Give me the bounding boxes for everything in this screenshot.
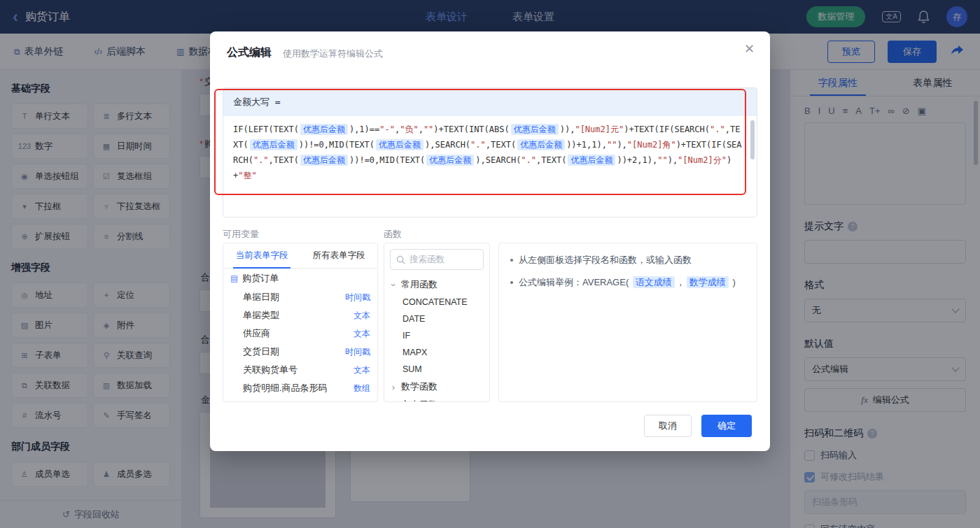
close-icon[interactable]: ✕	[744, 43, 755, 55]
functions-section-label: 函数	[384, 228, 402, 241]
code-token: ),	[668, 155, 678, 165]
variables-panel: 当前表单字段 所有表单字段 ▤ 购货订单 单据日期时间戳单据类型文本供应商文本交…	[223, 243, 378, 402]
function-search-placeholder: 搜索函数	[410, 254, 444, 266]
field-token[interactable]: 数学成绩	[687, 276, 729, 288]
editor-scrollbar[interactable]	[750, 120, 755, 159]
code-token: 公式编辑举例：AVERAGE(	[519, 277, 631, 287]
function-group[interactable]: ›数学函数	[384, 378, 489, 396]
variable-type-badge: 文本	[354, 328, 370, 340]
variable-item[interactable]: 单据日期时间戳	[223, 288, 377, 306]
chevron-icon: ›	[388, 281, 399, 288]
function-group[interactable]: ›文本函数	[384, 396, 489, 402]
bullet-icon	[510, 281, 513, 284]
field-token[interactable]: 优惠后金额	[426, 155, 474, 166]
code-token: IF(LEFT(TEXT(	[233, 124, 299, 134]
formula-target-label: 金额大写 =	[223, 88, 757, 116]
chevron-icon: ›	[390, 400, 397, 403]
function-item[interactable]: CONCATENATE	[384, 294, 489, 311]
formula-help-panel: 从左侧面板选择字段名和函数，或输入函数 公式编辑举例：AVERAGE( 语文成绩…	[498, 243, 757, 402]
variable-type-badge: 文本	[354, 364, 370, 376]
field-token[interactable]: 优惠后金额	[300, 124, 348, 135]
string-token: "."	[470, 140, 486, 150]
string-token: ""	[607, 140, 617, 150]
function-tree: ›常用函数CONCATENATEDATEIFMAPXSUM›数学函数›文本函数	[384, 276, 489, 402]
variable-name: 单据日期	[243, 291, 279, 304]
string-token: "[Num2]角"	[627, 140, 676, 150]
confirm-button[interactable]: 确定	[701, 415, 752, 437]
modal-title: 公式编辑	[227, 45, 272, 60]
form-doc-icon: ▤	[230, 273, 238, 283]
function-item[interactable]: DATE	[384, 311, 489, 327]
string-token: "[Num2]元"	[575, 124, 624, 134]
function-item[interactable]: MAPX	[384, 344, 489, 361]
cancel-button[interactable]: 取消	[644, 415, 692, 437]
code-token: ,TEXT(	[486, 140, 516, 150]
field-token[interactable]: 优惠后金额	[376, 139, 424, 150]
code-token: ),	[617, 140, 626, 150]
variable-item[interactable]: 交货日期时间戳	[223, 343, 377, 361]
function-search-input[interactable]: 搜索函数	[390, 249, 484, 270]
formula-editor[interactable]: 金额大写 = IF(LEFT(TEXT(优惠后金额),1)=="-","负","…	[223, 87, 757, 217]
variables-section-label: 可用变量	[223, 228, 259, 241]
function-item[interactable]: SUM	[384, 361, 489, 378]
variable-name: 购货明细.商品条形码	[243, 382, 328, 394]
string-token: "整"	[238, 171, 256, 180]
string-token: ""	[424, 124, 433, 134]
formula-example: 公式编辑举例：AVERAGE( 语文成绩，数学成绩 )	[519, 276, 736, 290]
modal-subtitle: 使用数学运算符编辑公式	[283, 48, 383, 60]
variable-type-badge: 时间戳	[345, 346, 370, 358]
variable-root-label: 购货订单	[242, 272, 279, 285]
function-group-name: 文本函数	[401, 399, 438, 402]
variable-item[interactable]: 关联购货单号文本	[223, 361, 377, 379]
search-icon	[396, 255, 405, 264]
variable-name: 交货日期	[243, 345, 279, 358]
code-token: )+TEXT(INT(ABS(	[433, 124, 509, 134]
tab-current-form-fields[interactable]: 当前表单字段	[223, 243, 300, 268]
code-token: ,	[419, 124, 424, 134]
function-group-name: 数学函数	[401, 380, 438, 393]
variable-name: 供应商	[243, 327, 270, 340]
variable-type-badge: 文本	[354, 310, 370, 322]
help-text: 从左侧面板选择字段名和函数，或输入函数	[519, 253, 692, 267]
app-root: ‹ 购货订单 表单设计 表单设置 数据管理 文A 存 ⧉ 表单外链 ‹/› 后端…	[0, 0, 980, 528]
string-token: "."	[253, 155, 269, 165]
field-token[interactable]: 语文成绩	[633, 276, 675, 288]
variable-item[interactable]: 购货明细.商品条形码数组	[223, 379, 377, 397]
field-token[interactable]: 优惠后金额	[568, 155, 615, 166]
variable-name: 关联购货单号	[243, 364, 298, 376]
code-token: ))!=0,MID(TEXT(	[299, 140, 374, 150]
function-item[interactable]: IF	[384, 327, 489, 344]
tab-all-form-fields[interactable]: 所有表单字段	[300, 243, 377, 268]
string-token: "."	[710, 124, 725, 134]
code-token: )),	[560, 124, 575, 134]
code-token: )+TEXT(IF(SEARCH(	[624, 124, 710, 134]
function-group[interactable]: ›常用函数	[384, 276, 489, 294]
help-line: 公式编辑举例：AVERAGE( 语文成绩，数学成绩 )	[510, 276, 746, 290]
variable-item[interactable]: 供应商文本	[223, 324, 377, 343]
code-token: ，	[676, 277, 685, 287]
field-token[interactable]: 优惠后金额	[250, 139, 298, 150]
chevron-icon: ›	[390, 382, 397, 392]
string-token: "[Num2]分"	[678, 155, 727, 165]
bullet-icon	[510, 259, 513, 262]
field-token[interactable]: 优惠后金额	[300, 155, 348, 166]
help-line: 从左侧面板选择字段名和函数，或输入函数	[510, 253, 746, 267]
formula-edit-modal: 公式编辑 使用数学运算符编辑公式 ✕ 金额大写 = IF(LEFT(TEXT(优…	[210, 31, 770, 451]
variable-type-badge: 时间戳	[345, 292, 370, 304]
formula-code[interactable]: IF(LEFT(TEXT(优惠后金额),1)=="-","负","")+TEXT…	[223, 116, 757, 183]
function-group-name: 常用函数	[401, 278, 438, 291]
variable-item[interactable]: 单据类型文本	[223, 306, 377, 324]
field-token[interactable]: 优惠后金额	[511, 124, 559, 135]
variable-type-badge: 数组	[354, 383, 370, 394]
code-token: ),SEARCH(	[425, 140, 470, 150]
variable-tree: 单据日期时间戳单据类型文本供应商文本交货日期时间戳关联购货单号文本购货明细.商品…	[223, 288, 377, 397]
field-token[interactable]: 优惠后金额	[517, 139, 565, 150]
code-token: ))+1,1),	[566, 140, 607, 150]
functions-panel: 搜索函数 ›常用函数CONCATENATEDATEIFMAPXSUM›数学函数›…	[384, 243, 490, 402]
code-token: ))!=0,MID(TEXT(	[349, 155, 425, 165]
string-token: "负"	[400, 124, 418, 134]
variable-root[interactable]: ▤ 购货订单	[223, 269, 377, 288]
code-token: ),1)==	[349, 124, 379, 134]
variables-tabs: 当前表单字段 所有表单字段	[223, 243, 377, 269]
variable-name: 单据类型	[243, 309, 279, 322]
